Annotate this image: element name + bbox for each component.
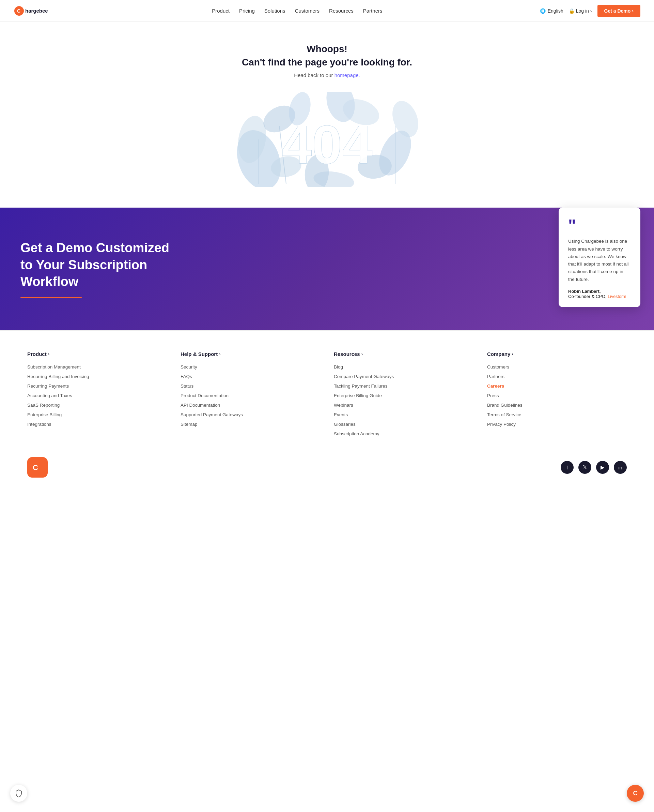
footer-support-title: Help & Support › xyxy=(180,351,320,357)
footer-events[interactable]: Events xyxy=(334,412,348,417)
footer-support-col: Help & Support › Security FAQs Status Pr… xyxy=(180,351,320,440)
footer-terms[interactable]: Terms of Service xyxy=(487,412,521,417)
navbar: C hargebee Product Pricing Solutions Cus… xyxy=(0,0,654,22)
footer-resources-col: Resources › Blog Compare Payment Gateway… xyxy=(334,351,474,440)
footer-compare-gateways[interactable]: Compare Payment Gateways xyxy=(334,374,394,379)
footer-billing-guide[interactable]: Enterprise Billing Guide xyxy=(334,393,382,398)
footer-sitemap[interactable]: Sitemap xyxy=(180,422,197,427)
get-demo-button[interactable]: Get a Demo › xyxy=(597,5,640,17)
footer-support-links: Security FAQs Status Product Documentati… xyxy=(180,364,320,427)
footer-saas-reporting[interactable]: SaaS Reporting xyxy=(27,403,60,408)
footer-subscription-management[interactable]: Subscription Management xyxy=(27,365,81,369)
chevron-right-icon: › xyxy=(632,8,634,14)
svg-text:404: 404 xyxy=(282,114,373,175)
author-title: Co-founder & CPO, xyxy=(568,294,608,299)
demo-section: Get a Demo Customized to Your Subscripti… xyxy=(0,208,654,330)
svg-text:hargebee: hargebee xyxy=(25,8,48,14)
nav-customers[interactable]: Customers xyxy=(295,8,320,14)
language-selector[interactable]: 🌐 English xyxy=(540,8,563,14)
svg-text:C: C xyxy=(33,463,38,472)
hero-subtext: Head back to our homepage. xyxy=(7,72,647,78)
footer: Product › Subscription Management Recurr… xyxy=(0,330,654,491)
footer-accounting-taxes[interactable]: Accounting and Taxes xyxy=(27,393,72,398)
footer-logo-icon: C xyxy=(27,457,48,478)
footer-customers[interactable]: Customers xyxy=(487,365,509,369)
footer-privacy[interactable]: Privacy Policy xyxy=(487,422,516,427)
demo-right: " Using Chargebee is also one less area … xyxy=(545,208,654,330)
footer-product-col: Product › Subscription Management Recurr… xyxy=(27,351,167,440)
footer-resources-title: Resources › xyxy=(334,351,474,357)
footer-company-col: Company › Customers Partners Careers Pre… xyxy=(487,351,627,440)
language-label: English xyxy=(548,8,563,14)
footer-resources-links: Blog Compare Payment Gateways Tackling P… xyxy=(334,364,474,437)
footer-socials: f 𝕏 ▶ in xyxy=(561,461,627,474)
footer-recurring-payments[interactable]: Recurring Payments xyxy=(27,383,69,389)
footer-brand-guidelines[interactable]: Brand Guidelines xyxy=(487,403,523,408)
quote-card: " Using Chargebee is also one less area … xyxy=(559,208,640,307)
footer-careers[interactable]: Careers xyxy=(487,383,504,389)
navbar-right: 🌐 English 🔒 Log in › Get a Demo › xyxy=(540,5,640,17)
footer-tackling-failures[interactable]: Tackling Payment Failures xyxy=(334,383,388,389)
error-illustration: 404 xyxy=(232,92,422,187)
youtube-icon[interactable]: ▶ xyxy=(596,461,609,474)
leaves-svg: 404 xyxy=(232,92,422,187)
lock-icon: 🔒 xyxy=(569,8,575,14)
footer-bottom: C f 𝕏 ▶ in xyxy=(27,457,627,478)
nav-product[interactable]: Product xyxy=(212,8,229,14)
footer-product-docs[interactable]: Product Documentation xyxy=(180,393,229,398)
footer-payment-gateways[interactable]: Supported Payment Gateways xyxy=(180,412,243,417)
linkedin-icon[interactable]: in xyxy=(614,461,627,474)
footer-company-links: Customers Partners Careers Press Brand G… xyxy=(487,364,627,427)
nav-resources[interactable]: Resources xyxy=(329,8,354,14)
author-name: Robin Lambert, xyxy=(568,289,631,294)
arrow-icon: › xyxy=(590,8,592,14)
quote-author: Robin Lambert, Co-founder & CPO, Livesto… xyxy=(568,289,631,299)
footer-product-title: Product › xyxy=(27,351,167,357)
twitter-icon[interactable]: 𝕏 xyxy=(578,461,591,474)
footer-grid: Product › Subscription Management Recurr… xyxy=(27,351,627,440)
nav-pricing[interactable]: Pricing xyxy=(239,8,255,14)
nav-partners[interactable]: Partners xyxy=(363,8,382,14)
footer-glossaries[interactable]: Glossaries xyxy=(334,422,356,427)
footer-status[interactable]: Status xyxy=(180,383,194,389)
footer-press[interactable]: Press xyxy=(487,393,499,398)
footer-recurring-billing[interactable]: Recurring Billing and Invoicing xyxy=(27,374,89,379)
footer-api-docs[interactable]: API Documentation xyxy=(180,403,220,408)
globe-icon: 🌐 xyxy=(540,8,546,14)
login-button[interactable]: 🔒 Log in › xyxy=(569,8,592,14)
support-arrow-icon: › xyxy=(219,351,220,357)
error-heading: Whoops! Can't find the page you're looki… xyxy=(7,42,647,69)
footer-integrations[interactable]: Integrations xyxy=(27,422,52,427)
logo[interactable]: C hargebee xyxy=(14,5,55,17)
nav-solutions[interactable]: Solutions xyxy=(264,8,286,14)
footer-blog[interactable]: Blog xyxy=(334,365,343,369)
footer-product-links: Subscription Management Recurring Billin… xyxy=(27,364,167,427)
quote-mark-icon: " xyxy=(568,217,631,233)
demo-heading: Get a Demo Customized to Your Subscripti… xyxy=(20,240,170,290)
svg-text:C: C xyxy=(17,8,20,14)
company-arrow-icon: › xyxy=(512,351,513,357)
nav-links: Product Pricing Solutions Customers Reso… xyxy=(212,8,382,14)
quote-text: Using Chargebee is also one less area we… xyxy=(568,237,631,283)
footer-enterprise-billing[interactable]: Enterprise Billing xyxy=(27,412,62,417)
facebook-icon[interactable]: f xyxy=(561,461,574,474)
homepage-link[interactable]: homepage. xyxy=(335,72,360,78)
footer-partners[interactable]: Partners xyxy=(487,374,504,379)
footer-company-title: Company › xyxy=(487,351,627,357)
footer-faqs[interactable]: FAQs xyxy=(180,374,192,379)
product-arrow-icon: › xyxy=(48,351,49,357)
hero-section: Whoops! Can't find the page you're looki… xyxy=(0,22,654,85)
footer-subscription-academy[interactable]: Subscription Academy xyxy=(334,431,379,436)
footer-webinars[interactable]: Webinars xyxy=(334,403,353,408)
footer-security[interactable]: Security xyxy=(180,365,197,369)
author-company-link[interactable]: Livestorm xyxy=(608,294,626,299)
illustration-wrapper: 404 xyxy=(0,85,654,208)
demo-left: Get a Demo Customized to Your Subscripti… xyxy=(0,208,545,330)
demo-underline xyxy=(20,297,82,298)
resources-arrow-icon: › xyxy=(361,351,363,357)
